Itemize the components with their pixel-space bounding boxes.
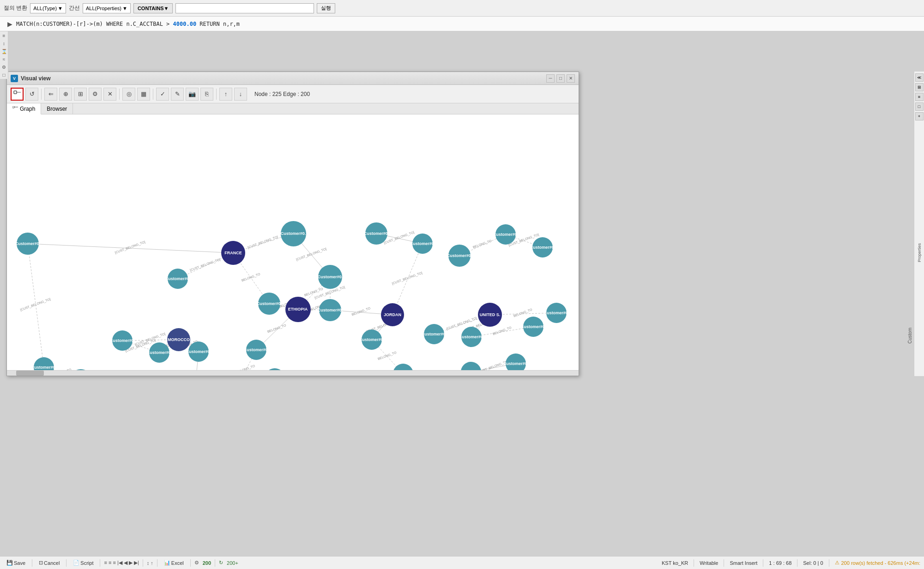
bottom-status-bar: 💾 Save ⊡ Cancel 📄 Script ≡ ≡ ≡ |◀ ◀ ▶ ▶|… <box>0 556 924 569</box>
row-count-plus-val: 200+ <box>227 560 238 566</box>
svg-rect-2 <box>12 106 14 108</box>
scrollbar-thumb[interactable] <box>16 371 44 376</box>
upload-icon[interactable]: ↑ <box>219 88 232 101</box>
filter-icon[interactable]: ◎ <box>122 88 135 101</box>
cancel-button[interactable]: ⊡ Cancel <box>36 559 62 567</box>
maximize-button[interactable]: □ <box>556 74 565 83</box>
graph-node-n2[interactable]: Customer#0. <box>281 221 306 246</box>
graph-node-n4[interactable]: FRANCE <box>221 241 245 265</box>
rp-btn2[interactable]: ⊞ <box>915 83 924 91</box>
graph-node-n6[interactable]: Customer#0. <box>318 265 342 289</box>
copy-icon[interactable]: ⎘ <box>200 88 213 101</box>
insert-mode: Smart Insert <box>730 560 757 566</box>
graph-node-n5[interactable]: Customer#0. <box>168 269 188 289</box>
rp-btn3[interactable]: ≡ <box>915 93 924 101</box>
query-run-arrow[interactable]: ▶ <box>7 20 12 28</box>
graph-node-n16[interactable]: MOROCCO <box>167 328 190 351</box>
sep9 <box>724 559 724 567</box>
right-panel: ≪ ⊞ ≡ □ + Properties <box>914 72 924 376</box>
chart-icon[interactable]: ▦ <box>137 88 150 101</box>
layout-icon5[interactable]: ✕ <box>103 88 116 101</box>
filter-op-badge[interactable]: CONTAINS ▼ <box>133 3 173 13</box>
rp-btn5[interactable]: + <box>915 112 924 120</box>
sidebar-icon-4[interactable]: ≈ <box>1 57 7 63</box>
tab-browser[interactable]: Browser <box>41 103 73 114</box>
layout-icon1[interactable]: ⇐ <box>44 88 57 101</box>
camera-icon[interactable]: 📷 <box>186 88 199 101</box>
graph-node-n1[interactable]: Customer#0. <box>17 233 39 255</box>
sidebar-icon-6[interactable]: □ <box>1 72 7 79</box>
layout-icon3[interactable]: ⊞ <box>74 88 87 101</box>
graph-node-n21[interactable]: Customer#0. <box>424 324 444 344</box>
sidebar-icon-5[interactable]: ⚙ <box>1 65 7 71</box>
tab-graph[interactable]: Graph <box>7 103 41 114</box>
top-toolbar: 절의 변환 ALL(Type) ▼ 간선 ALL(Properties) ▼ C… <box>0 0 924 17</box>
filter-input[interactable] <box>175 3 314 13</box>
graph-node-n13[interactable]: Customer#0. <box>319 299 341 321</box>
graph-node-n15[interactable]: UNITED S. <box>478 303 502 327</box>
graph-node-n17[interactable]: Customer#0. <box>149 342 169 363</box>
graph-node-n14[interactable]: JORDAN <box>381 303 404 326</box>
sidebar-icon-1[interactable]: ≡ <box>1 33 7 40</box>
graph-scrollbar-horizontal[interactable] <box>7 370 579 376</box>
download-icon[interactable]: ↓ <box>234 88 247 101</box>
edit-icon[interactable]: ✎ <box>171 88 184 101</box>
layout-icon4[interactable]: ⚙ <box>89 88 102 101</box>
rp-btn1[interactable]: ≪ <box>915 73 924 82</box>
svg-text:BELONG_TO: BELONG_TO <box>492 326 512 336</box>
graph-node-n24[interactable]: Customer#0. <box>546 303 567 323</box>
layout-icon2[interactable]: ⊕ <box>59 88 72 101</box>
graph-node-n23[interactable]: Customer#0. <box>523 317 544 337</box>
view-toolbar: ↺ ⇐ ⊕ ⊞ ⚙ ✕ ◎ ▦ ✓ ✎ 📷 ⎘ ↑ ↓ Node : 225 E… <box>7 85 579 103</box>
graph-node-n7[interactable]: Customer#0. <box>412 234 433 254</box>
svg-text:BELONG_TO: BELONG_TO <box>241 272 261 282</box>
excel-button[interactable]: 📊 Excel <box>161 559 187 567</box>
refresh-button[interactable]: ↺ <box>25 88 38 101</box>
sep7 <box>215 559 215 567</box>
sep8 <box>694 559 694 567</box>
svg-text:BELONG_TO: BELONG_TO <box>377 351 397 361</box>
window-controls: ─ □ ✕ <box>546 74 575 83</box>
close-button[interactable]: ✕ <box>567 74 575 83</box>
svg-text:BELONG_TO: BELONG_TO <box>236 364 255 370</box>
settings-icon-bottom: ⚙ <box>194 560 199 566</box>
svg-text:[CUST_BELONG_TO]: [CUST_BELONG_TO] <box>20 297 51 311</box>
svg-rect-0 <box>14 91 17 94</box>
rp-btn4[interactable]: □ <box>915 102 924 111</box>
custom-label: Custom <box>907 328 912 343</box>
graph-node-n9[interactable]: Customer#0. <box>495 224 516 245</box>
check-icon[interactable]: ✓ <box>156 88 169 101</box>
graph-canvas[interactable]: [CUST_BELONG_TO][CUST_BELONG_TO][CUST_BE… <box>7 114 579 370</box>
transform-label: 절의 변환 <box>4 4 27 12</box>
graph-node-n3[interactable]: Customer#0. <box>365 222 387 245</box>
sidebar-icon-3[interactable]: ⌛ <box>1 49 7 55</box>
props-select[interactable]: ALL(Properties) ▼ <box>83 3 131 13</box>
graph-node-n11[interactable]: ETHIOPIA <box>285 297 311 322</box>
graph-node-n18[interactable]: Customer#0. <box>188 341 209 362</box>
graph-node-n12[interactable]: Customer#0. <box>258 293 280 315</box>
graph-tab-icon <box>12 106 18 112</box>
status-right: KST ko_KR Writable Smart Insert 1 : 69 :… <box>662 559 920 567</box>
graph-node-n25[interactable]: Customer#0. <box>112 330 133 351</box>
graph-node-n22[interactable]: Customer#0. <box>461 327 482 347</box>
graph-icon <box>13 90 21 98</box>
svg-text:[CUST_BELONG_TO]: [CUST_BELONG_TO] <box>115 240 146 254</box>
svg-text:BELONG_TO: BELONG_TO <box>351 306 371 317</box>
type-select[interactable]: ALL(Type) ▼ <box>30 3 66 13</box>
sep4 <box>216 89 217 100</box>
graph-view-button[interactable] <box>11 88 24 101</box>
svg-text:[CUST_BELONG_TO]: [CUST_BELONG_TO] <box>296 247 327 261</box>
save-button[interactable]: 💾 Save <box>4 559 28 567</box>
graph-node-n34[interactable]: Customer#0. <box>506 353 526 370</box>
svg-text:BELONG_TO: BELONG_TO <box>267 323 287 334</box>
minimize-button[interactable]: ─ <box>546 74 555 83</box>
graph-node-n8[interactable]: Customer#0. <box>448 245 471 267</box>
sidebar-icon-2[interactable]: ↕ <box>1 41 7 48</box>
graph-node-n10[interactable]: Customer#0. <box>532 237 553 258</box>
run-button[interactable]: 실행 <box>317 3 335 13</box>
graph-node-n20[interactable]: Customer#0. <box>362 329 382 350</box>
link-icons: ↕ ↑ <box>147 560 153 566</box>
graph-node-n19[interactable]: Customer#0. <box>246 340 266 360</box>
sep12 <box>829 559 829 567</box>
script-button[interactable]: 📄 Script <box>70 559 96 567</box>
